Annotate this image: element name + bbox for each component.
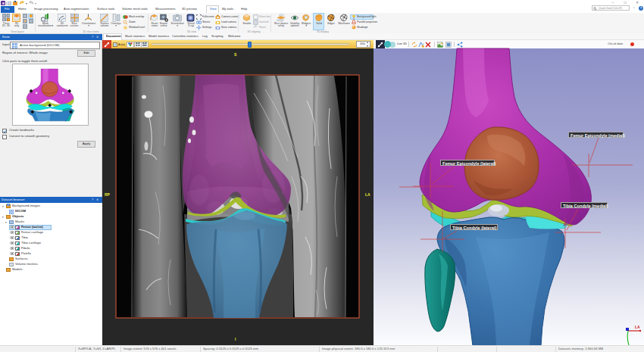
svg-text:S: S — [234, 52, 237, 57]
svg-text:LA: LA — [635, 325, 640, 329]
svg-text:RP: RP — [105, 192, 111, 197]
svg-text:LA: LA — [365, 192, 370, 197]
svg-text:I: I — [235, 337, 236, 341]
